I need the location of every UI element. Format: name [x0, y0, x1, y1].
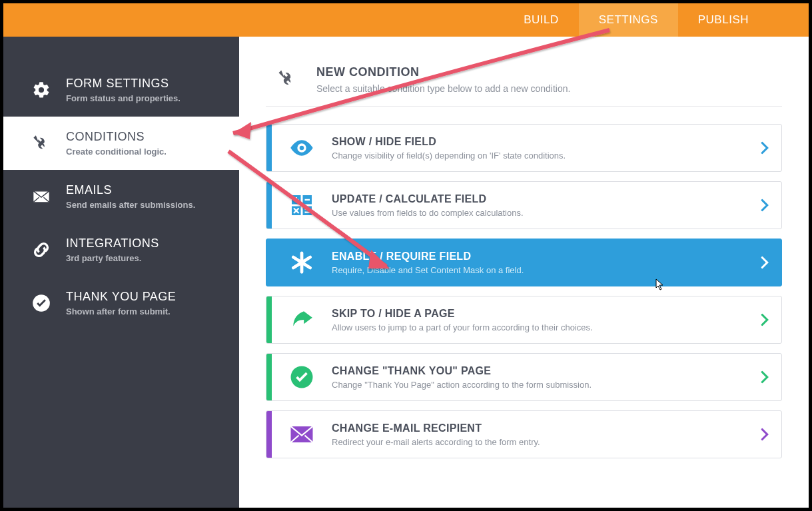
- condition-card-update-calculate[interactable]: UPDATE / CALCULATE FIELD Use values from…: [266, 181, 782, 229]
- sidebar-item-title: EMAILS: [66, 183, 195, 197]
- forward-arrow-icon: [272, 296, 332, 343]
- sidebar: FORM SETTINGS Form status and properties…: [3, 37, 239, 508]
- card-title: SKIP TO / HIDE A PAGE: [332, 308, 748, 320]
- sidebar-item-title: INTEGRATIONS: [66, 237, 159, 251]
- tab-publish[interactable]: PUBLISH: [678, 3, 769, 37]
- card-desc: Require, Disable and Set Content Mask on…: [332, 265, 748, 275]
- card-stripe: [266, 296, 272, 343]
- envelope-icon: [272, 411, 332, 458]
- sidebar-item-desc: Send emails after submissions.: [66, 200, 195, 210]
- sidebar-item-desc: 3rd party features.: [66, 253, 159, 263]
- sidebar-item-thank-you[interactable]: THANK YOU PAGE Shown after form submit.: [3, 276, 239, 330]
- card-desc: Change "Thank You Page" action according…: [332, 380, 748, 390]
- envelope-icon: [31, 187, 51, 207]
- tab-label: BUILD: [524, 13, 559, 27]
- sidebar-item-title: THANK YOU PAGE: [66, 290, 176, 304]
- section-title: NEW CONDITION: [316, 65, 570, 79]
- main-content: NEW CONDITION Select a suitable conditio…: [239, 37, 809, 508]
- card-title: SHOW / HIDE FIELD: [332, 136, 748, 148]
- card-stripe: [266, 182, 272, 229]
- condition-card-show-hide[interactable]: SHOW / HIDE FIELD Change visibility of f…: [266, 124, 782, 172]
- sidebar-item-desc: Form status and properties.: [66, 93, 181, 103]
- svg-rect-4: [303, 207, 312, 216]
- app-window: BUILD SETTINGS PUBLISH FORM SETTINGS For…: [3, 3, 809, 508]
- card-desc: Use values from fields to do complex cal…: [332, 208, 748, 218]
- calculator-icon: [272, 182, 332, 229]
- card-stripe: [266, 125, 272, 171]
- sidebar-item-desc: Shown after form submit.: [66, 306, 176, 316]
- eye-icon: [272, 125, 332, 171]
- card-text: SHOW / HIDE FIELD Change visibility of f…: [332, 136, 748, 161]
- sidebar-item-text: THANK YOU PAGE Shown after form submit.: [66, 290, 176, 316]
- sidebar-item-emails[interactable]: EMAILS Send emails after submissions.: [3, 170, 239, 223]
- wrench-icon: [31, 133, 51, 153]
- card-title: CHANGE "THANK YOU" PAGE: [332, 365, 748, 377]
- asterisk-icon: [272, 239, 332, 286]
- body: FORM SETTINGS Form status and properties…: [3, 37, 809, 508]
- sidebar-item-conditions[interactable]: CONDITIONS Create conditional logic.: [3, 117, 239, 170]
- tab-build[interactable]: BUILD: [504, 3, 579, 37]
- chevron-right-icon: [748, 370, 781, 384]
- section-header-text: NEW CONDITION Select a suitable conditio…: [316, 65, 570, 94]
- card-title: ENABLE / REQUIRE FIELD: [332, 251, 748, 262]
- condition-card-enable-require[interactable]: ENABLE / REQUIRE FIELD Require, Disable …: [266, 239, 782, 286]
- section-header: NEW CONDITION Select a suitable conditio…: [266, 53, 782, 107]
- condition-card-skip-page[interactable]: SKIP TO / HIDE A PAGE Allow users to jum…: [266, 296, 782, 344]
- card-text: ENABLE / REQUIRE FIELD Require, Disable …: [332, 251, 748, 275]
- sidebar-item-text: CONDITIONS Create conditional logic.: [66, 130, 167, 157]
- condition-card-change-thank-you[interactable]: CHANGE "THANK YOU" PAGE Change "Thank Yo…: [266, 353, 782, 401]
- card-desc: Allow users to jump to a part of your fo…: [332, 322, 748, 332]
- card-text: CHANGE "THANK YOU" PAGE Change "Thank Yo…: [332, 365, 748, 390]
- check-circle-icon: [272, 354, 332, 400]
- link-icon: [31, 240, 51, 260]
- card-title: CHANGE E-MAIL RECIPIENT: [332, 422, 748, 434]
- sidebar-item-text: EMAILS Send emails after submissions.: [66, 183, 195, 210]
- sidebar-item-text: INTEGRATIONS 3rd party features.: [66, 237, 159, 263]
- sidebar-item-title: FORM SETTINGS: [66, 77, 181, 91]
- card-stripe: [266, 239, 272, 286]
- tab-label: SETTINGS: [599, 13, 658, 27]
- condition-card-change-email[interactable]: CHANGE E-MAIL RECIPIENT Redirect your e-…: [266, 410, 782, 458]
- check-circle-icon: [31, 293, 51, 313]
- card-stripe: [266, 354, 272, 400]
- sidebar-item-title: CONDITIONS: [66, 130, 167, 144]
- card-desc: Redirect your e-mail alerts according to…: [332, 437, 748, 447]
- chevron-right-icon: [748, 256, 781, 269]
- chevron-right-icon: [748, 199, 781, 212]
- header-tabs: BUILD SETTINGS PUBLISH: [3, 3, 809, 37]
- chevron-right-icon: [748, 313, 781, 326]
- chevron-right-icon: [748, 428, 781, 441]
- card-stripe: [266, 411, 272, 458]
- sidebar-item-integrations[interactable]: INTEGRATIONS 3rd party features.: [3, 223, 239, 276]
- sidebar-item-text: FORM SETTINGS Form status and properties…: [66, 77, 181, 103]
- section-desc: Select a suitable condition type below t…: [316, 83, 570, 94]
- sidebar-item-desc: Create conditional logic.: [66, 147, 167, 157]
- gear-icon: [31, 80, 51, 100]
- card-title: UPDATE / CALCULATE FIELD: [332, 193, 748, 205]
- card-text: SKIP TO / HIDE A PAGE Allow users to jum…: [332, 308, 748, 332]
- wrench-icon: [275, 67, 299, 91]
- tab-settings[interactable]: SETTINGS: [579, 3, 678, 37]
- card-desc: Change visibility of field(s) depending …: [332, 151, 748, 161]
- card-text: CHANGE E-MAIL RECIPIENT Redirect your e-…: [332, 422, 748, 447]
- chevron-right-icon: [748, 141, 781, 155]
- tab-label: PUBLISH: [698, 13, 749, 27]
- card-text: UPDATE / CALCULATE FIELD Use values from…: [332, 193, 748, 218]
- sidebar-item-form-settings[interactable]: FORM SETTINGS Form status and properties…: [3, 63, 239, 117]
